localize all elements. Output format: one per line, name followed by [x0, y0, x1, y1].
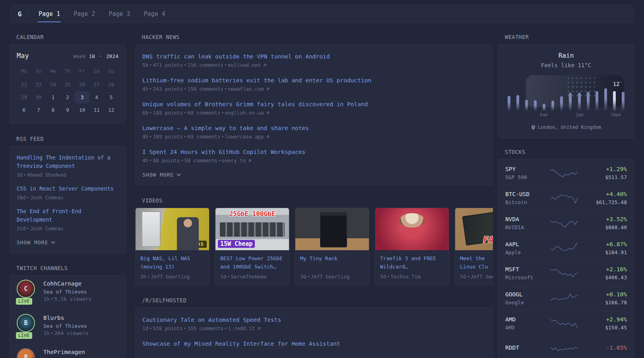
dot-separator: • [306, 274, 311, 280]
calendar-dow: Fr [75, 66, 89, 78]
calendar-dow: Th [60, 66, 75, 78]
videos-header: VIDEOS [142, 197, 493, 204]
weather-bar [508, 96, 510, 111]
video-card[interactable]: 25GbE 100GbE15W Cheap BEST Low Power 25G… [215, 208, 289, 285]
hn-domain-link[interactable]: lowercase.app [225, 134, 264, 140]
hn-comments-link[interactable]: 158 comments [187, 86, 223, 92]
video-author[interactable]: ServeTheHome [231, 274, 267, 280]
video-author[interactable]: Jeff Geerling [311, 274, 350, 280]
reddit-comments-link[interactable]: 155 comments [187, 325, 223, 331]
navbar: G Page 1 Page 2 Page 3 Page 4 [10, 5, 634, 23]
twitch-channel-row[interactable]: P ThePrimeagen [17, 342, 118, 358]
stock-row[interactable]: AAPLApple +6.87%$184.91 [505, 235, 627, 261]
twitch-channel-name[interactable]: Blurbs [43, 314, 89, 322]
video-title[interactable]: Traefik 3 and FREE Wildcard… [380, 255, 444, 271]
twitch-game: Sea of Thieves [43, 323, 89, 329]
twitch-card: C LIVE CohhCarnage Sea of Thieves 1h•5.5… [10, 275, 126, 358]
video-thumbnail[interactable]: LIL NAS [136, 208, 209, 250]
tab-page-4[interactable]: Page 4 [143, 6, 166, 22]
rss-item: CSS in React Server Components 18d•Josh … [17, 185, 118, 200]
tab-page-1[interactable]: Page 1 [38, 6, 61, 22]
twitch-channel-row[interactable]: C LIVE CohhCarnage Sea of Thieves 1h•5.5… [17, 278, 118, 307]
rss-item-title[interactable]: Handling The Indentation of a Treeview C… [17, 154, 118, 170]
video-title[interactable]: BEST Low Power 25GbE and 100GbE Switch… [220, 255, 284, 271]
hn-item-meta: 4h•109 points•69 comments•lowercase.app [142, 134, 486, 140]
hn-item: I Spent 24 Hours with GitHub Copilot Wor… [142, 148, 486, 163]
video-author[interactable]: Jeff Geerling [151, 274, 190, 280]
calendar-card: May Week 18 • 2024 MoTuWeThFrSaSu2223242… [10, 44, 126, 124]
stock-row[interactable]: SPYS&P 500 +1.29%$511.57 [505, 161, 627, 185]
hn-item-title[interactable]: DNS traffic can leak outside the VPN tun… [142, 53, 486, 61]
twitch-channel-row[interactable]: B LIVE Blurbs Sea of Thieves 1h•264 view… [17, 307, 118, 342]
twitch-channel-name[interactable]: CohhCarnage [43, 280, 91, 288]
hn-comments-link[interactable]: 60 comments [187, 110, 220, 116]
reddit-domain-link[interactable]: i.redd.it [228, 325, 255, 331]
hn-item: DNS traffic can leak outside the VPN tun… [142, 53, 486, 68]
hn-item-title[interactable]: I Spent 24 Hours with GitHub Copilot Wor… [142, 148, 486, 156]
hn-comments-link[interactable]: 58 comments [184, 158, 217, 163]
stock-row[interactable]: MSFTMicrosoft +2.16%$406.43 [505, 261, 627, 286]
hn-domain-link[interactable]: english.nv.ua [225, 110, 264, 116]
calendar-day-today: 3 [75, 91, 89, 103]
external-link-icon [266, 135, 270, 139]
stock-sparkline [548, 191, 580, 205]
twitch-channel-name[interactable]: ThePrimeagen [43, 348, 85, 356]
stocks-card: SPYS&P 500 +1.29%$511.57 BTC-USDBitcoin … [498, 159, 634, 358]
stock-row[interactable]: NVDANVIDIA +3.52%$888.40 [505, 210, 627, 235]
video-title[interactable]: Big NAS, Lil NAS (moving 13) [140, 255, 204, 271]
video-author[interactable]: Jeff Geerling [471, 274, 493, 280]
hn-item-title[interactable]: Unique volumes of Brothers Grimm fairy t… [142, 100, 486, 109]
rss-item-meta: 18d•Josh Comeau [17, 195, 118, 200]
calendar-section: CALENDAR May Week 18 • 2024 MoTuWeThFrSa… [10, 34, 126, 124]
hn-item-title[interactable]: Lithium-free sodium batteries exit the l… [142, 76, 486, 85]
weather-bar [551, 101, 554, 111]
video-author[interactable]: Techno Tim [391, 274, 421, 280]
video-card[interactable]: LIL NAS Big NAS, Lil NAS (moving 13) 3h•… [135, 208, 209, 285]
video-thumbnail[interactable] [295, 208, 369, 250]
hn-domain-link[interactable]: newatlas.com [228, 86, 264, 92]
calendar-day: 25 [60, 78, 75, 91]
video-title[interactable]: Meet the Linux Clu [460, 255, 493, 271]
hn-comments-link[interactable]: 69 comments [187, 134, 220, 140]
video-card[interactable]: Traefik 3 and FREE Wildcard… 3d•Techno T… [375, 208, 449, 285]
tab-page-3[interactable]: Page 3 [108, 6, 131, 22]
weather-bar [560, 96, 563, 111]
calendar-day: 11 [89, 104, 104, 116]
thumbnail-caption: 25GbE 100GbE [229, 210, 275, 218]
video-title[interactable]: My Tiny Rack [300, 255, 364, 271]
hn-show-more-button[interactable]: SHOW MORE [142, 172, 486, 178]
dot-separator: • [180, 158, 184, 163]
reddit-item-meta: 1d•538 points•155 comments•i.redd.it [142, 325, 486, 331]
stock-name: NVIDIA [505, 224, 548, 230]
hn-domain-link[interactable]: mullvad.net [228, 62, 261, 68]
calendar-dow: Sa [89, 66, 104, 78]
dot-separator: • [50, 330, 54, 336]
app-logo[interactable]: G [11, 6, 29, 22]
stock-row[interactable]: GOOGLGoogle +0.10%$166.78 [505, 286, 627, 311]
video-card[interactable]: My Tiny Rack 3d•Jeff Geerling [295, 208, 369, 285]
stock-row[interactable]: BTC-USDBitcoin +4.40%$61,725.48 [505, 185, 627, 210]
video-thumbnail[interactable]: FA [455, 208, 493, 250]
hn-item-title[interactable]: Lowercase – A simple way to take and sha… [142, 124, 486, 132]
calendar-day: 6 [17, 104, 31, 116]
weather-bar [543, 104, 545, 111]
stock-symbol: AAPL [505, 241, 548, 247]
tab-page-2[interactable]: Page 2 [73, 6, 96, 22]
hn-domain-link[interactable]: every.to [222, 158, 246, 163]
reddit-item-title[interactable]: Showcase of my Mixed Reality Interface f… [142, 340, 486, 348]
hn-comments-link[interactable]: 216 comments [187, 62, 223, 68]
video-thumbnail[interactable]: 25GbE 100GbE15W Cheap [215, 208, 289, 250]
rss-show-more-button[interactable]: SHOW MORE [17, 239, 118, 245]
video-card[interactable]: FA Meet the Linux Clu 7d•Jeff Geerling [455, 208, 493, 285]
rss-item-title[interactable]: The End of Front-End Development [17, 207, 118, 224]
stock-row[interactable]: AMDAMD +2.94%$150.45 [505, 311, 627, 336]
rss-item-title[interactable]: CSS in React Server Components [17, 185, 118, 193]
stock-row[interactable]: RDDT -1.65% [505, 336, 627, 358]
video-thumbnail[interactable] [375, 208, 449, 250]
stock-symbol: RDDT [505, 344, 548, 351]
weather-bar [569, 93, 572, 111]
stock-symbol: GOOGL [505, 291, 548, 298]
reddit-item-title[interactable]: Cautionary Tale on Automated Speed Tests [142, 316, 486, 324]
video-meta: 1d•ServeTheHome [220, 274, 284, 280]
stock-sparkline [548, 316, 580, 331]
